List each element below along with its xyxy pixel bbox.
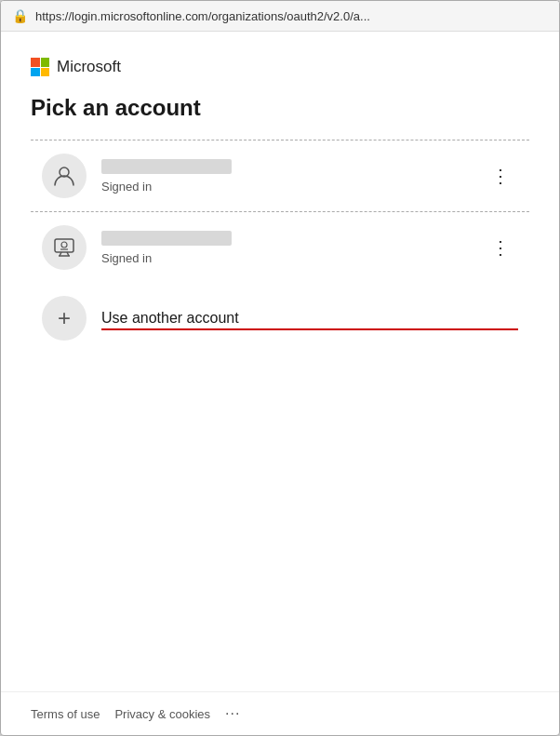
url-text: https://login.microsoftonline.com/organi…	[35, 9, 548, 23]
svg-rect-1	[55, 239, 73, 252]
use-another-info: Use another account	[101, 310, 518, 327]
ms-logo-blue	[31, 68, 40, 77]
account-info-2: Signed in	[101, 231, 484, 265]
page-title: Pick an account	[31, 95, 529, 121]
account-status-1: Signed in	[101, 180, 484, 194]
footer: Terms of use Privacy & cookies ···	[1, 691, 559, 735]
footer-more-button[interactable]: ···	[225, 705, 240, 722]
account-avatar-1	[42, 154, 87, 198]
person-icon	[51, 163, 77, 189]
ms-logo-text: Microsoft	[57, 58, 121, 76]
account-name-redacted-1	[101, 159, 232, 174]
use-another-avatar: +	[42, 296, 87, 341]
account-item-2[interactable]: Signed in ⋮	[31, 212, 529, 283]
page-content: Microsoft Pick an account Signed in ⋮	[1, 32, 559, 691]
ms-logo-yellow	[41, 68, 50, 77]
account-status-2: Signed in	[101, 251, 484, 265]
ms-logo: Microsoft	[31, 58, 529, 76]
use-another-account-item[interactable]: + Use another account	[31, 283, 529, 354]
browser-window: 🔒 https://login.microsoftonline.com/orga…	[0, 0, 560, 736]
address-bar: 🔒 https://login.microsoftonline.com/orga…	[1, 1, 559, 32]
account-more-button-2[interactable]: ⋮	[484, 233, 518, 262]
account-more-button-1[interactable]: ⋮	[484, 161, 518, 191]
account-avatar-2	[42, 225, 87, 270]
ms-logo-grid	[31, 58, 49, 76]
account-item-1[interactable]: Signed in ⋮	[31, 141, 529, 212]
svg-point-5	[61, 242, 67, 248]
spacer	[31, 354, 529, 665]
privacy-cookies-link[interactable]: Privacy & cookies	[114, 707, 210, 721]
lock-icon: 🔒	[12, 8, 28, 23]
use-another-label: Use another account	[101, 310, 518, 327]
plus-icon: +	[58, 305, 71, 331]
accounts-list: Signed in ⋮ S	[31, 140, 529, 354]
account-info-1: Signed in	[101, 159, 484, 194]
ms-logo-green	[41, 58, 50, 67]
account-name-redacted-2	[101, 231, 232, 246]
terms-of-use-link[interactable]: Terms of use	[31, 707, 100, 721]
ms-logo-red	[31, 58, 40, 67]
badge-icon	[51, 234, 77, 261]
